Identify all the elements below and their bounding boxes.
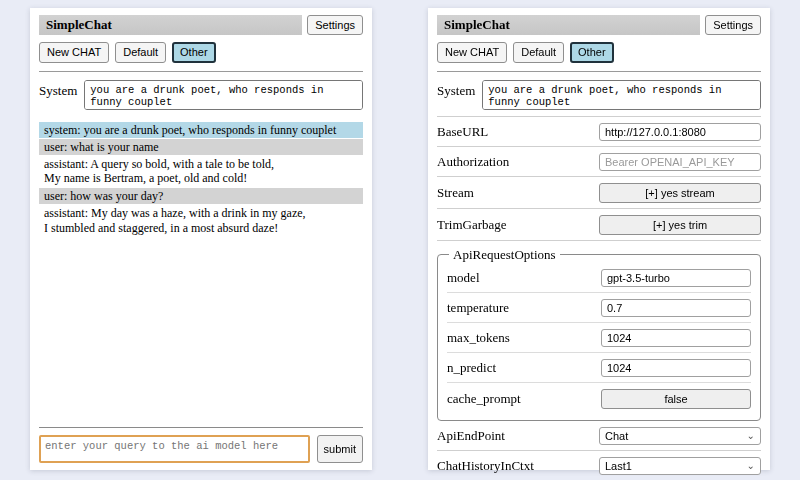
setting-label: model [447,270,480,286]
query-input[interactable] [39,435,310,463]
apiendpoint-select[interactable]: Chat ⌄ [599,427,761,445]
setting-label: n_predict [447,360,496,376]
page-root: SimpleChat Settings New CHAT Default Oth… [0,0,800,470]
app-title: SimpleChat [437,15,700,35]
chathistoryinctxt-select[interactable]: Last1 ⌄ [599,457,761,475]
api-request-options-legend: ApiRequestOptions [449,247,560,263]
setting-row-baseurl: BaseURL [437,117,761,147]
chevron-down-icon: ⌄ [747,431,755,441]
setting-row-stream: Stream [+] yes stream [437,177,761,209]
query-row: submit [39,435,363,463]
settings-button[interactable]: Settings [705,15,761,35]
header-divider [437,71,761,72]
session-toolbar: New CHAT Default Other [437,42,761,62]
setting-row-temperature: temperature [447,293,751,323]
setting-label: ChatHistoryInCtxt [437,458,534,474]
chat-message-user: user: what is your name [39,139,363,155]
header: SimpleChat Settings [39,15,363,35]
setting-row-trimgarbage: TrimGarbage [+] yes trim [437,209,761,241]
system-prompt-input[interactable]: you are a drunk poet, who responds in fu… [84,80,363,110]
apiendpoint-selected-value: Chat [605,430,628,442]
chathistoryinctxt-selected-value: Last1 [605,460,632,472]
baseurl-input[interactable] [599,123,761,141]
session-tab-other[interactable]: Other [570,42,614,62]
setting-label: Stream [437,185,474,201]
setting-label: max_tokens [447,330,510,346]
chat-message-list: system: you are a drunk poet, who respon… [39,122,363,238]
setting-row-apiendpoint: ApiEndPoint Chat ⌄ [437,421,761,451]
settings-panel: SimpleChat Settings New CHAT Default Oth… [428,8,770,470]
setting-label: temperature [447,300,509,316]
system-prompt-row: System you are a drunk poet, who respond… [437,80,761,110]
new-chat-button[interactable]: New CHAT [437,42,507,62]
chat-message-user: user: how was your day? [39,188,363,204]
session-toolbar: New CHAT Default Other [39,42,363,62]
api-request-options-group: ApiRequestOptions model temperature max_… [437,247,761,421]
session-tab-default[interactable]: Default [513,42,564,62]
stream-toggle-button[interactable]: [+] yes stream [599,183,761,203]
setting-row-chathistoryinctxt: ChatHistoryInCtxt Last1 ⌄ [437,451,761,480]
session-tab-other[interactable]: Other [172,42,216,62]
query-bar: submit [39,427,363,463]
chat-message-assistant: assistant: A query so bold, with a tale … [39,156,363,187]
session-tab-default[interactable]: Default [115,42,166,62]
submit-button[interactable]: submit [317,435,363,463]
setting-label: Authorization [437,154,509,170]
settings-list: BaseURL Authorization Stream [+] yes str… [437,116,761,480]
temperature-input[interactable] [601,299,751,317]
setting-label: cache_prompt [447,391,521,407]
model-input[interactable] [601,269,751,287]
system-prompt-input[interactable]: you are a drunk poet, who responds in fu… [482,80,761,110]
chat-message-system: system: you are a drunk poet, who respon… [39,122,363,138]
app-title: SimpleChat [39,15,302,35]
authorization-input[interactable] [599,153,761,171]
system-label: System [437,80,475,99]
setting-row-n-predict: n_predict [447,353,751,383]
query-divider [39,427,363,428]
settings-button[interactable]: Settings [307,15,363,35]
setting-row-max-tokens: max_tokens [447,323,751,353]
new-chat-button[interactable]: New CHAT [39,42,109,62]
setting-row-authorization: Authorization [437,147,761,177]
chevron-down-icon: ⌄ [747,461,755,471]
setting-row-model: model [447,263,751,293]
system-label: System [39,80,77,99]
n-predict-input[interactable] [601,359,751,377]
system-prompt-row: System you are a drunk poet, who respond… [39,80,363,110]
chat-message-assistant: assistant: My day was a haze, with a dri… [39,205,363,236]
chat-panel: SimpleChat Settings New CHAT Default Oth… [30,8,372,470]
trimgarbage-toggle-button[interactable]: [+] yes trim [599,215,761,235]
setting-label: BaseURL [437,124,488,140]
max-tokens-input[interactable] [601,329,751,347]
header: SimpleChat Settings [437,15,761,35]
cache-prompt-toggle-button[interactable]: false [601,389,751,409]
header-divider [39,71,363,72]
setting-label: TrimGarbage [437,217,507,233]
setting-row-cache-prompt: cache_prompt false [447,383,751,414]
setting-label: ApiEndPoint [437,428,505,444]
